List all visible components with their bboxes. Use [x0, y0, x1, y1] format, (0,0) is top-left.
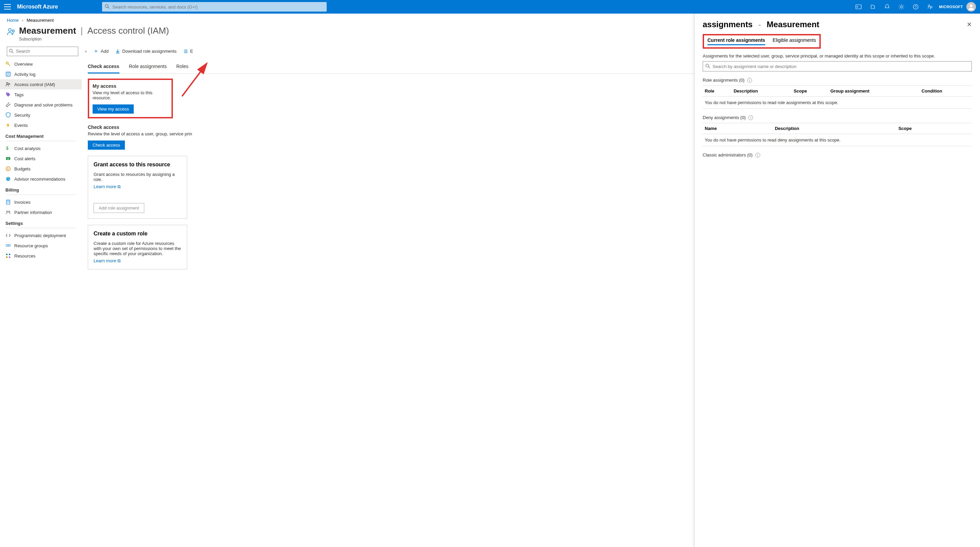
rg-icon: [5, 243, 11, 248]
assignments-panel: assignments - Measurement ✕ Current role…: [694, 14, 980, 271]
sidebar-item-label: Budgets: [14, 166, 30, 172]
brand-label: Microsoft Azure: [17, 4, 58, 10]
people-icon: [7, 27, 16, 37]
advisor-icon: [5, 176, 11, 182]
sidebar-item-label: Cost alerts: [14, 156, 35, 161]
sidebar-item[interactable]: $Budgets: [0, 164, 82, 174]
external-link-icon: ⧉: [118, 184, 121, 189]
sidebar-item[interactable]: Overview: [0, 59, 82, 69]
breadcrumb-current: Measurement: [27, 18, 53, 23]
menu-icon[interactable]: [4, 3, 11, 10]
sidebar-item-label: Access control (IAM): [14, 82, 55, 87]
info-icon[interactable]: i: [748, 115, 753, 120]
table-header: Condition: [920, 86, 972, 97]
sidebar-item[interactable]: Security: [0, 110, 82, 120]
sidebar-item-label: Advisor recommendations: [14, 177, 65, 182]
tab-check-access[interactable]: Check access: [88, 60, 119, 73]
directories-icon[interactable]: [870, 4, 876, 10]
annotation-arrow: [180, 60, 211, 98]
svg-line-1: [108, 7, 110, 8]
grant-learn-more-link[interactable]: Learn more⧉: [94, 184, 121, 189]
add-label: Add: [101, 49, 108, 54]
sidebar-item[interactable]: Access control (IAM): [0, 79, 82, 89]
svg-line-42: [708, 67, 710, 68]
panel-search[interactable]: [703, 61, 972, 72]
sidebar-item[interactable]: $Cost analysis: [0, 143, 82, 153]
svg-point-7: [970, 5, 972, 7]
svg-point-32: [6, 211, 8, 212]
info-icon[interactable]: i: [747, 78, 752, 83]
sidebar-search-input[interactable]: [7, 47, 78, 56]
edit-columns-button[interactable]: E: [183, 49, 193, 54]
custom-role-card: Create a custom role Create a custom rol…: [88, 225, 187, 269]
tab-role-assignments[interactable]: Role assignments: [129, 60, 167, 73]
sidebar-item-label: Diagnose and solve problems: [14, 102, 73, 108]
global-search[interactable]: [102, 2, 327, 11]
budget-icon: $: [5, 166, 11, 172]
check-access-button[interactable]: Check access: [88, 140, 125, 149]
bolt-icon: [5, 122, 11, 128]
download-button[interactable]: Download role assignments: [115, 49, 177, 54]
partner-icon: [5, 210, 11, 215]
view-my-access-button[interactable]: View my access: [92, 105, 134, 114]
svg-text:?: ?: [915, 5, 917, 9]
sidebar-item[interactable]: Programmatic deployment: [0, 230, 82, 240]
sidebar-item-label: Programmatic deployment: [14, 233, 66, 238]
my-access-title: My access: [92, 83, 168, 89]
panel-tab[interactable]: Eligible assignments: [773, 37, 816, 45]
cloud-shell-icon[interactable]: [856, 4, 862, 10]
sidebar-item[interactable]: Partner information: [0, 207, 82, 217]
plus-icon: ＋: [93, 48, 99, 55]
close-icon[interactable]: ✕: [967, 21, 972, 28]
sidebar-item[interactable]: Advisor recommendations: [0, 174, 82, 184]
add-role-assignment-button[interactable]: Add role assignment: [94, 203, 144, 213]
sidebar-item[interactable]: Invoices: [0, 197, 82, 207]
sidebar-item[interactable]: Resources: [0, 251, 82, 261]
settings-icon[interactable]: [898, 4, 904, 10]
role-assignments-section: Role assignments (0)i RoleDescriptionSco…: [703, 78, 972, 109]
svg-point-41: [706, 64, 709, 67]
help-icon[interactable]: ?: [913, 4, 919, 10]
panel-hint: Assignments for the selected user, group…: [703, 53, 972, 59]
collapse-sidebar-icon[interactable]: «: [85, 49, 87, 54]
breadcrumb-home[interactable]: Home: [7, 18, 19, 23]
sidebar-item-label: Cost analysis: [14, 146, 40, 151]
sidebar-item[interactable]: Diagnose and solve problems: [0, 100, 82, 110]
sidebar-item[interactable]: Activity log: [0, 69, 82, 79]
sidebar-item[interactable]: Resource groups: [0, 240, 82, 251]
sidebar-item[interactable]: Events: [0, 120, 82, 130]
deny-assignments-empty: You do not have permissions to read deny…: [703, 134, 972, 146]
key-icon: [5, 61, 11, 67]
panel-title-sep: -: [758, 20, 761, 29]
notifications-icon[interactable]: [884, 4, 890, 10]
sidebar-search[interactable]: [7, 47, 82, 56]
panel-tab[interactable]: Current role assignments: [708, 37, 765, 45]
edit-label: E: [190, 49, 193, 54]
avatar[interactable]: [966, 2, 976, 11]
shield-icon: [5, 112, 11, 118]
group-billing: Billing: [0, 184, 82, 194]
svg-point-33: [8, 211, 10, 212]
tag-icon: [5, 92, 11, 97]
sidebar-item[interactable]: Tags: [0, 89, 82, 100]
group-settings: Settings: [0, 217, 82, 227]
page-title: Measurement: [19, 25, 76, 36]
custom-learn-more-link[interactable]: Learn more⧉: [94, 258, 121, 264]
add-button[interactable]: ＋Add: [93, 48, 108, 55]
role-assignments-label: Role assignments (0): [703, 78, 745, 83]
res-icon: [5, 253, 11, 259]
global-search-input[interactable]: [102, 2, 327, 11]
svg-point-22: [7, 93, 8, 94]
cost-icon: $: [5, 146, 11, 151]
invoice-icon: [5, 199, 11, 205]
panel-tabs: Current role assignmentsEligible assignm…: [703, 34, 821, 49]
sidebar-item[interactable]: $!Cost alerts: [0, 153, 82, 164]
panel-search-input[interactable]: [703, 61, 972, 72]
info-icon[interactable]: i: [756, 153, 760, 157]
download-label: Download role assignments: [122, 49, 177, 54]
svg-rect-2: [856, 5, 861, 9]
feedback-icon[interactable]: [927, 4, 933, 10]
external-link-icon: ⧉: [118, 258, 121, 264]
group-cost: Cost Management: [0, 130, 82, 140]
my-access-desc: View my level of access to this resource…: [92, 90, 168, 100]
